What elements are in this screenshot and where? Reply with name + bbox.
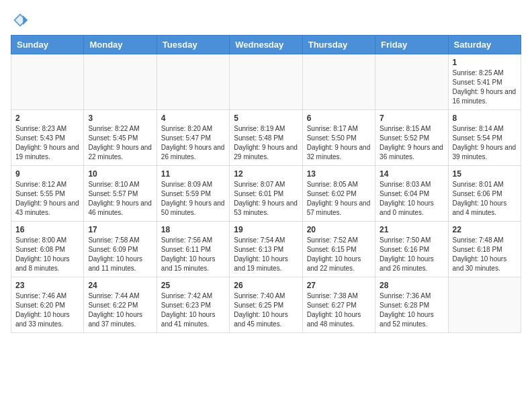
day-cell: [11, 54, 84, 110]
day-number: 11: [161, 169, 225, 179]
day-info: Sunrise: 8:12 AM Sunset: 5:55 PM Dayligh…: [15, 180, 79, 218]
day-cell: 12Sunrise: 8:07 AM Sunset: 6:01 PM Dayli…: [230, 166, 302, 222]
day-number: 13: [307, 169, 371, 179]
day-info: Sunrise: 7:46 AM Sunset: 6:20 PM Dayligh…: [15, 291, 79, 329]
day-number: 14: [380, 169, 443, 179]
day-info: Sunrise: 7:48 AM Sunset: 6:18 PM Dayligh…: [453, 236, 517, 273]
day-cell: 8Sunrise: 8:14 AM Sunset: 5:54 PM Daylig…: [448, 110, 521, 166]
weekday-header-monday: Monday: [84, 36, 157, 54]
day-cell: 28Sunrise: 7:36 AM Sunset: 6:28 PM Dayli…: [375, 277, 448, 333]
day-info: Sunrise: 7:44 AM Sunset: 6:22 PM Dayligh…: [88, 291, 152, 329]
day-number: 16: [15, 225, 79, 234]
day-number: 15: [453, 169, 517, 179]
day-info: Sunrise: 8:17 AM Sunset: 5:50 PM Dayligh…: [307, 124, 371, 162]
day-number: 24: [88, 281, 152, 290]
day-info: Sunrise: 8:15 AM Sunset: 5:52 PM Dayligh…: [380, 124, 443, 162]
day-info: Sunrise: 8:14 AM Sunset: 5:54 PM Dayligh…: [453, 124, 517, 162]
day-cell: 15Sunrise: 8:01 AM Sunset: 6:06 PM Dayli…: [448, 166, 521, 222]
weekday-header-wednesday: Wednesday: [230, 36, 302, 54]
week-row-2: 2Sunrise: 8:23 AM Sunset: 5:43 PM Daylig…: [11, 110, 521, 166]
logo: [11, 11, 32, 30]
day-cell: 1Sunrise: 8:25 AM Sunset: 5:41 PM Daylig…: [448, 54, 521, 110]
day-info: Sunrise: 8:10 AM Sunset: 5:57 PM Dayligh…: [88, 180, 152, 218]
day-number: 3: [88, 113, 152, 123]
weekday-header-friday: Friday: [375, 36, 448, 54]
day-info: Sunrise: 8:05 AM Sunset: 6:02 PM Dayligh…: [307, 180, 371, 218]
day-info: Sunrise: 8:25 AM Sunset: 5:41 PM Dayligh…: [453, 68, 517, 106]
day-cell: [375, 54, 448, 110]
day-number: 26: [234, 281, 298, 290]
weekday-header-sunday: Sunday: [11, 36, 84, 54]
day-number: 8: [453, 113, 517, 123]
day-info: Sunrise: 8:23 AM Sunset: 5:43 PM Dayligh…: [15, 124, 79, 162]
day-info: Sunrise: 7:52 AM Sunset: 6:15 PM Dayligh…: [307, 236, 371, 273]
day-cell: 21Sunrise: 7:50 AM Sunset: 6:16 PM Dayli…: [375, 222, 448, 277]
svg-marker-2: [23, 15, 28, 25]
day-info: Sunrise: 7:42 AM Sunset: 6:23 PM Dayligh…: [161, 291, 225, 329]
day-info: Sunrise: 7:58 AM Sunset: 6:09 PM Dayligh…: [88, 236, 152, 273]
day-cell: 26Sunrise: 7:40 AM Sunset: 6:25 PM Dayli…: [230, 277, 302, 333]
day-number: 17: [88, 225, 152, 234]
day-info: Sunrise: 8:03 AM Sunset: 6:04 PM Dayligh…: [380, 180, 443, 218]
weekday-header-thursday: Thursday: [302, 36, 375, 54]
day-cell: 17Sunrise: 7:58 AM Sunset: 6:09 PM Dayli…: [84, 222, 157, 277]
day-info: Sunrise: 7:54 AM Sunset: 6:13 PM Dayligh…: [234, 236, 298, 273]
calendar-header: SundayMondayTuesdayWednesdayThursdayFrid…: [11, 36, 521, 54]
day-number: 6: [307, 113, 371, 123]
day-number: 22: [453, 225, 517, 234]
day-info: Sunrise: 7:38 AM Sunset: 6:27 PM Dayligh…: [307, 291, 371, 329]
week-row-1: 1Sunrise: 8:25 AM Sunset: 5:41 PM Daylig…: [11, 54, 521, 110]
day-cell: 13Sunrise: 8:05 AM Sunset: 6:02 PM Dayli…: [302, 166, 375, 222]
weekday-header-saturday: Saturday: [448, 36, 521, 54]
day-cell: [230, 54, 302, 110]
logo-icon: [11, 11, 30, 30]
day-cell: 24Sunrise: 7:44 AM Sunset: 6:22 PM Dayli…: [84, 277, 157, 333]
day-info: Sunrise: 8:20 AM Sunset: 5:47 PM Dayligh…: [161, 124, 225, 162]
day-cell: 9Sunrise: 8:12 AM Sunset: 5:55 PM Daylig…: [11, 166, 84, 222]
day-number: 25: [161, 281, 225, 290]
day-info: Sunrise: 8:19 AM Sunset: 5:48 PM Dayligh…: [234, 124, 298, 162]
day-number: 21: [380, 225, 443, 234]
day-cell: 19Sunrise: 7:54 AM Sunset: 6:13 PM Dayli…: [230, 222, 302, 277]
day-number: 1: [453, 58, 517, 67]
day-info: Sunrise: 8:07 AM Sunset: 6:01 PM Dayligh…: [234, 180, 298, 218]
weekday-header-tuesday: Tuesday: [157, 36, 229, 54]
day-cell: 10Sunrise: 8:10 AM Sunset: 5:57 PM Dayli…: [84, 166, 157, 222]
day-cell: 4Sunrise: 8:20 AM Sunset: 5:47 PM Daylig…: [157, 110, 229, 166]
day-cell: 14Sunrise: 8:03 AM Sunset: 6:04 PM Dayli…: [375, 166, 448, 222]
calendar-body: 1Sunrise: 8:25 AM Sunset: 5:41 PM Daylig…: [11, 54, 521, 333]
day-number: 5: [234, 113, 298, 123]
day-cell: 25Sunrise: 7:42 AM Sunset: 6:23 PM Dayli…: [157, 277, 229, 333]
day-number: 12: [234, 169, 298, 179]
calendar-table: SundayMondayTuesdayWednesdayThursdayFrid…: [11, 35, 521, 333]
day-cell: [157, 54, 229, 110]
day-cell: [448, 277, 521, 333]
day-number: 9: [15, 169, 79, 179]
day-number: 4: [161, 113, 225, 123]
day-cell: 18Sunrise: 7:56 AM Sunset: 6:11 PM Dayli…: [157, 222, 229, 277]
day-cell: 16Sunrise: 8:00 AM Sunset: 6:08 PM Dayli…: [11, 222, 84, 277]
day-cell: 5Sunrise: 8:19 AM Sunset: 5:48 PM Daylig…: [230, 110, 302, 166]
day-number: 7: [380, 113, 443, 123]
day-info: Sunrise: 8:22 AM Sunset: 5:45 PM Dayligh…: [88, 124, 152, 162]
day-cell: 23Sunrise: 7:46 AM Sunset: 6:20 PM Dayli…: [11, 277, 84, 333]
day-cell: 3Sunrise: 8:22 AM Sunset: 5:45 PM Daylig…: [84, 110, 157, 166]
day-cell: 7Sunrise: 8:15 AM Sunset: 5:52 PM Daylig…: [375, 110, 448, 166]
page-header: [11, 11, 521, 30]
day-cell: 27Sunrise: 7:38 AM Sunset: 6:27 PM Dayli…: [302, 277, 375, 333]
day-number: 23: [15, 281, 79, 290]
day-info: Sunrise: 7:50 AM Sunset: 6:16 PM Dayligh…: [380, 236, 443, 273]
week-row-5: 23Sunrise: 7:46 AM Sunset: 6:20 PM Dayli…: [11, 277, 521, 333]
day-info: Sunrise: 7:40 AM Sunset: 6:25 PM Dayligh…: [234, 291, 298, 329]
day-cell: 20Sunrise: 7:52 AM Sunset: 6:15 PM Dayli…: [302, 222, 375, 277]
day-cell: 6Sunrise: 8:17 AM Sunset: 5:50 PM Daylig…: [302, 110, 375, 166]
day-info: Sunrise: 7:36 AM Sunset: 6:28 PM Dayligh…: [380, 291, 443, 329]
day-number: 2: [15, 113, 79, 123]
week-row-4: 16Sunrise: 8:00 AM Sunset: 6:08 PM Dayli…: [11, 222, 521, 277]
day-info: Sunrise: 8:00 AM Sunset: 6:08 PM Dayligh…: [15, 236, 79, 273]
day-cell: 22Sunrise: 7:48 AM Sunset: 6:18 PM Dayli…: [448, 222, 521, 277]
weekday-header-row: SundayMondayTuesdayWednesdayThursdayFrid…: [11, 36, 521, 54]
day-number: 18: [161, 225, 225, 234]
day-number: 20: [307, 225, 371, 234]
day-cell: [84, 54, 157, 110]
